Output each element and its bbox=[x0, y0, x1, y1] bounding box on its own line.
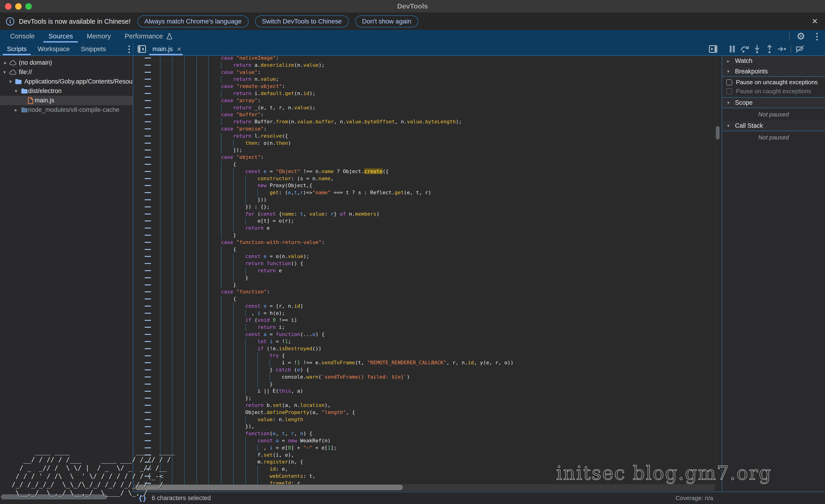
gutter-dash[interactable] bbox=[145, 469, 151, 470]
gutter-dash[interactable] bbox=[145, 391, 151, 392]
code-line[interactable]: const e = o(n.value); bbox=[221, 253, 514, 260]
gutter-dash[interactable] bbox=[145, 369, 151, 370]
gutter-dash[interactable] bbox=[145, 199, 151, 200]
chevron-right-icon[interactable]: ▸ bbox=[15, 107, 17, 113]
checkbox-row-pause-on-uncaught-exceptions[interactable]: Pause on uncaught exceptions bbox=[722, 78, 825, 87]
gutter-dash[interactable] bbox=[145, 327, 151, 328]
gutter-dash[interactable] bbox=[145, 412, 151, 413]
gutter-dash[interactable] bbox=[145, 129, 151, 129]
navigator-more-icon[interactable]: ⋮ bbox=[121, 43, 137, 55]
code-line[interactable]: i = !1 !== e.sendToFrame(t, "REMOTE_REND… bbox=[221, 359, 514, 366]
tree-item-dist-electron[interactable]: ▾dist/electron bbox=[0, 86, 133, 96]
gutter-dash[interactable] bbox=[145, 376, 151, 377]
hide-debugger-sidebar-icon[interactable] bbox=[708, 45, 718, 53]
gutter-dash[interactable] bbox=[145, 256, 151, 257]
gutter-dash[interactable] bbox=[145, 86, 151, 87]
code-line[interactable]: for (const {name: t, value: r} of n.memb… bbox=[221, 211, 514, 218]
tree-item-main-js[interactable]: main.js bbox=[0, 96, 133, 105]
code-line[interactable]: }), bbox=[221, 423, 514, 430]
gutter-dash[interactable] bbox=[145, 433, 151, 434]
gear-icon[interactable]: ⚙ bbox=[793, 30, 809, 43]
more-options-icon[interactable]: ⋮ bbox=[809, 30, 825, 43]
gutter-dash[interactable] bbox=[145, 242, 151, 243]
gutter-dash[interactable] bbox=[145, 334, 151, 335]
pause-script-icon[interactable] bbox=[727, 44, 737, 54]
code-line[interactable]: } bbox=[221, 281, 514, 288]
gutter-dash[interactable] bbox=[145, 185, 151, 186]
gutter-dash[interactable] bbox=[145, 100, 151, 101]
code-line[interactable]: return _(e, t, r, n.value); bbox=[221, 104, 514, 111]
file-tab-mainjs[interactable]: main.js × bbox=[149, 43, 184, 55]
code-line[interactable]: function(e, t, r, n) { bbox=[221, 430, 514, 437]
navigator-tab-snippets[interactable]: Snippets bbox=[75, 43, 111, 55]
code-line[interactable]: get: (e,t,r)=>"name" === t ? s : Reflect… bbox=[221, 189, 514, 196]
tab-memory[interactable]: Memory bbox=[80, 30, 118, 43]
code-line[interactable]: id: e, bbox=[221, 466, 514, 473]
code-line[interactable]: return e bbox=[221, 267, 514, 274]
code-line[interactable]: case "object": bbox=[221, 154, 514, 161]
code-line[interactable]: new Proxy(Object,{ bbox=[221, 182, 514, 189]
tab-console[interactable]: Console bbox=[3, 30, 42, 43]
hide-navigator-icon[interactable] bbox=[137, 45, 146, 53]
code-line[interactable]: } bbox=[221, 232, 514, 239]
code-line[interactable]: try { bbox=[221, 352, 514, 359]
code-line[interactable]: console.warn(`sendToFrame() failed: ${e}… bbox=[221, 373, 514, 381]
pretty-print-icon[interactable]: {} bbox=[138, 494, 147, 502]
gutter-dash[interactable] bbox=[145, 419, 151, 420]
code-line[interactable]: return Buffer.from(n.value.buffer, n.val… bbox=[221, 118, 514, 125]
gutter-dash[interactable] bbox=[145, 320, 151, 321]
code-line[interactable]: const o = [r, n.id] bbox=[221, 303, 514, 310]
notification-button-1[interactable]: Always match Chrome's language bbox=[137, 15, 248, 27]
code-line[interactable]: return function() { bbox=[221, 260, 514, 267]
step-out-icon[interactable] bbox=[764, 44, 774, 54]
chevron-down-icon[interactable]: ▾ bbox=[3, 69, 6, 75]
gutter-dash[interactable] bbox=[145, 164, 151, 165]
code-line[interactable]: , i = h(o); bbox=[221, 310, 514, 317]
gutter-dash[interactable] bbox=[145, 405, 151, 406]
code-line[interactable]: then: o(n.then) bbox=[221, 140, 514, 147]
gutter-dash[interactable] bbox=[145, 72, 151, 73]
sidebar-horizontal-scrollbar[interactable] bbox=[1, 494, 107, 499]
gutter-dash[interactable] bbox=[145, 483, 151, 484]
gutter-dash[interactable] bbox=[145, 58, 151, 59]
gutter-dash[interactable] bbox=[145, 291, 151, 292]
gutter-dash[interactable] bbox=[145, 426, 151, 427]
notification-button-3[interactable]: Don't show again bbox=[355, 15, 418, 27]
code-line[interactable]: return i.default.get(n.id); bbox=[221, 90, 514, 97]
gutter-dash[interactable] bbox=[145, 214, 151, 215]
gutter-dash[interactable] bbox=[145, 362, 151, 363]
tree-item-applications-goby-app-contents-resource[interactable]: ▾Applications/Goby.app/Contents/Resource bbox=[0, 77, 133, 86]
gutter-dash[interactable] bbox=[145, 355, 151, 356]
section-header-call-stack[interactable]: ▾Call Stack bbox=[722, 120, 825, 131]
gutter-dash[interactable] bbox=[145, 341, 151, 342]
editor-vertical-scrollbar[interactable] bbox=[716, 126, 720, 140]
gutter-dash[interactable] bbox=[145, 270, 151, 271]
tree-item-file-[interactable]: ▾file:// bbox=[0, 67, 133, 77]
code-line[interactable]: { bbox=[221, 296, 514, 303]
gutter-dash[interactable] bbox=[145, 93, 151, 94]
step-icon[interactable] bbox=[777, 44, 787, 54]
code-line[interactable]: { bbox=[221, 246, 514, 253]
code-line[interactable]: let i = !1; bbox=[221, 338, 514, 345]
tree-item--no-domain-[interactable]: ▸(no domain) bbox=[0, 58, 133, 67]
code-line[interactable]: case "value": bbox=[221, 69, 514, 76]
code-line[interactable]: case "function": bbox=[221, 288, 514, 296]
code-line[interactable]: return l.resolve({ bbox=[221, 133, 514, 140]
gutter-dash[interactable] bbox=[145, 235, 151, 236]
code-line[interactable]: , i = e[0] + "~" + e[1]; bbox=[221, 444, 514, 451]
gutter-dash[interactable] bbox=[145, 171, 151, 172]
gutter-dash[interactable] bbox=[145, 384, 151, 385]
gutter-dash[interactable] bbox=[145, 178, 151, 179]
gutter-dash[interactable] bbox=[145, 313, 151, 314]
gutter-dash[interactable] bbox=[145, 454, 151, 455]
gutter-dash[interactable] bbox=[145, 299, 151, 300]
code-line[interactable]: }); bbox=[221, 147, 514, 154]
code-line[interactable]: return e bbox=[221, 225, 514, 232]
step-into-icon[interactable] bbox=[752, 44, 762, 54]
editor-horizontal-scrollbar[interactable] bbox=[135, 485, 403, 490]
code-line[interactable]: return b.set(a, n.location), bbox=[221, 402, 514, 409]
section-header-scope[interactable]: ▾Scope bbox=[722, 98, 825, 108]
code-line[interactable]: case "function-with-return-value": bbox=[221, 239, 514, 246]
debugger-sidebar-divider[interactable] bbox=[722, 56, 722, 504]
code-line[interactable]: } bbox=[221, 274, 514, 281]
